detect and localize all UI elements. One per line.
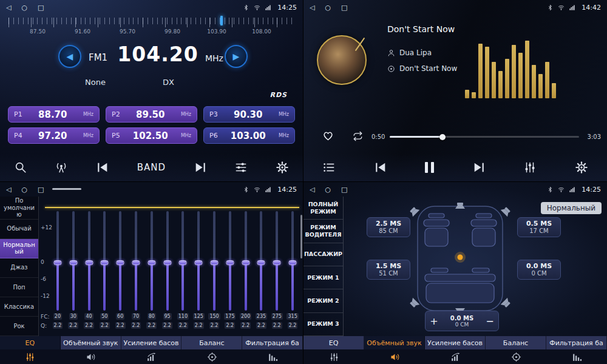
surround-icon[interactable] [390, 352, 400, 362]
playlist-icon[interactable] [322, 161, 336, 174]
slider-knob[interactable] [148, 260, 155, 265]
sound-tab[interactable]: EQ [304, 336, 364, 349]
sound-tab[interactable]: Усиление басов [425, 336, 486, 349]
eq-preset-item[interactable]: Обычай [0, 220, 38, 239]
filter-icon[interactable] [268, 352, 278, 362]
band-slider[interactable] [254, 211, 270, 311]
recents-icon[interactable]: □ [38, 186, 44, 193]
preset-button[interactable]: P1 88.70 MHz [8, 106, 100, 123]
search-icon[interactable] [14, 161, 27, 174]
preset-button[interactable]: P4 97.20 MHz [8, 127, 100, 144]
recents-icon[interactable]: □ [38, 4, 44, 11]
preset-button[interactable]: P6 103.00 MHz [203, 127, 295, 144]
slider-knob[interactable] [117, 260, 124, 265]
dx-mode-label[interactable]: DX [163, 78, 174, 87]
slider-knob[interactable] [163, 260, 171, 265]
vertical-scrollbar[interactable] [300, 215, 302, 258]
favorite-icon[interactable] [322, 129, 334, 142]
band-slider[interactable] [238, 211, 254, 311]
album-art[interactable] [317, 35, 367, 85]
balance-icon[interactable] [207, 352, 217, 362]
next-icon[interactable] [194, 161, 207, 174]
bass-boost-icon[interactable] [450, 352, 461, 362]
tune-down-button[interactable]: ◀ [58, 45, 81, 68]
home-icon[interactable]: ○ [21, 186, 27, 193]
band-slider[interactable] [128, 211, 144, 311]
slider-knob[interactable] [179, 260, 187, 265]
decrease-button[interactable]: − [481, 315, 498, 327]
sound-tab[interactable]: Фильтрация ба [546, 336, 607, 349]
delay-card-front-left[interactable]: 2.5 MS 85 CM [367, 217, 410, 237]
band-slider[interactable] [285, 211, 300, 311]
band-slider[interactable] [206, 211, 222, 311]
slider-knob[interactable] [53, 260, 61, 265]
sound-tab[interactable]: Баланс [181, 336, 242, 349]
settings-icon[interactable] [575, 161, 588, 174]
slider-knob[interactable] [273, 260, 281, 265]
band-slider[interactable] [97, 211, 112, 311]
equalizer-icon[interactable] [523, 161, 537, 174]
band-slider[interactable] [81, 211, 97, 311]
preset-button[interactable]: P2 89.50 MHz [106, 106, 197, 123]
slider-knob[interactable] [242, 260, 249, 265]
slider-knob[interactable] [289, 260, 297, 265]
eq-preset-item[interactable]: Поп [0, 278, 38, 297]
eq-icon[interactable] [329, 352, 339, 362]
filter-icon[interactable] [572, 352, 582, 362]
listening-mode-item[interactable]: РЕЖИМ 2 [304, 289, 343, 312]
eq-preset-item[interactable]: По умолчанию [0, 197, 38, 220]
recents-icon[interactable]: □ [341, 4, 347, 11]
home-icon[interactable]: ○ [325, 186, 331, 193]
frequency-ruler[interactable]: 87.5091.6095.7099.80103.90108.00 [0, 16, 303, 39]
eq-preset-item[interactable]: Классика [0, 297, 38, 317]
preset-button[interactable]: P5 102.50 MHz [106, 127, 197, 144]
listening-mode-item[interactable]: РЕЖИМ 1 [304, 266, 343, 289]
repeat-icon[interactable] [352, 130, 364, 142]
broadcast-icon[interactable] [55, 161, 68, 174]
increase-button[interactable]: + [426, 315, 443, 327]
slider-knob[interactable] [69, 260, 77, 265]
delay-card-front-right[interactable]: 0.5 MS 17 CM [517, 217, 561, 237]
listening-mode-item[interactable]: ПАССАЖИР [304, 243, 343, 266]
listening-mode-item[interactable]: ПОЛНЫЙ РЕЖИМ [304, 197, 343, 220]
band-slider[interactable] [175, 211, 191, 311]
band-slider[interactable] [191, 211, 206, 311]
eq-icon[interactable] [25, 352, 35, 362]
next-icon[interactable] [472, 161, 486, 174]
sound-tab[interactable]: Фильтрация ба [242, 336, 303, 349]
back-icon[interactable]: ◁ [310, 186, 314, 193]
sound-tab[interactable]: Усиление басов [121, 336, 182, 349]
previous-icon[interactable] [374, 161, 387, 174]
eq-preset-item[interactable]: Нормальный [0, 239, 38, 258]
listening-mode-item[interactable]: РЕЖИМ ВОДИТЕЛЯ [304, 220, 343, 243]
band-slider[interactable] [66, 211, 81, 311]
delay-card-rear-left[interactable]: 1.5 MS 51 CM [367, 260, 410, 280]
sound-tab[interactable]: EQ [0, 336, 61, 349]
band-slider[interactable] [222, 211, 238, 311]
slider-knob[interactable] [85, 260, 93, 265]
band-button[interactable]: BAND [137, 162, 166, 173]
band-slider[interactable] [112, 211, 128, 311]
recents-icon[interactable]: □ [341, 186, 347, 193]
eq-preset-item[interactable]: Рок [0, 317, 38, 336]
slider-knob[interactable] [257, 260, 265, 265]
sound-tab[interactable]: Объёмный звук [364, 336, 425, 349]
settings-icon[interactable] [276, 161, 289, 174]
band-slider[interactable] [144, 211, 160, 311]
preset-button[interactable]: P3 90.30 MHz [203, 106, 295, 123]
profile-button[interactable]: Нормальный [541, 202, 602, 214]
home-icon[interactable]: ○ [21, 4, 27, 11]
bass-boost-icon[interactable] [146, 352, 157, 362]
delay-card-rear-right[interactable]: 0.0 MS 0 CM [517, 260, 561, 280]
pause-button[interactable] [425, 162, 434, 173]
equalizer-icon[interactable] [234, 161, 248, 174]
back-icon[interactable]: ◁ [6, 4, 11, 11]
home-icon[interactable]: ○ [325, 4, 331, 11]
balance-icon[interactable] [511, 352, 521, 362]
listening-mode-item[interactable]: РЕЖИМ 3 [304, 313, 343, 336]
back-icon[interactable]: ◁ [310, 4, 314, 11]
slider-knob[interactable] [226, 260, 234, 265]
band-slider[interactable] [160, 211, 175, 311]
tune-up-button[interactable]: ▶ [225, 45, 248, 68]
slider-knob[interactable] [101, 260, 109, 265]
